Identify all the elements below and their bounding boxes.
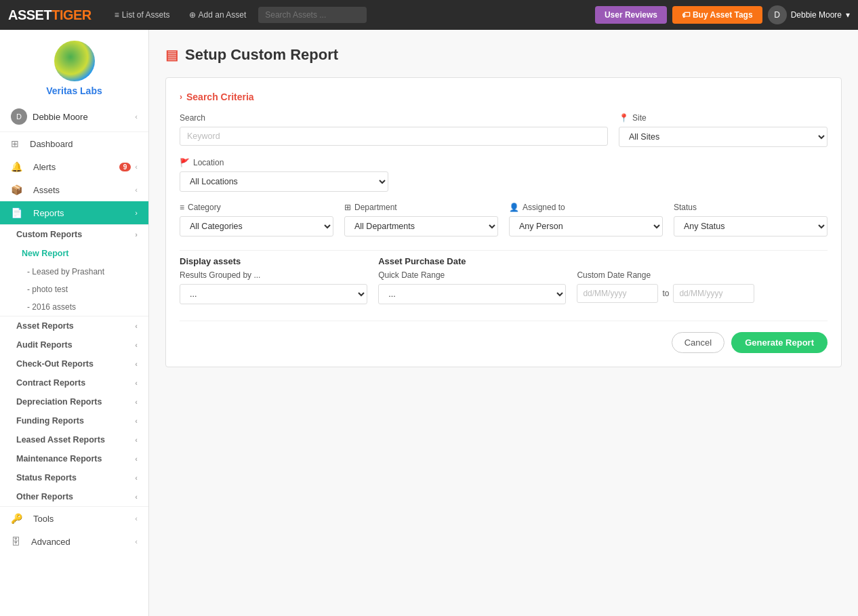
tools-chevron-icon: ‹ [135,514,138,522]
date-to-label: to [662,289,669,298]
nav-list-assets[interactable]: ≡ List of Assets [108,10,177,20]
list-icon: ≡ [115,10,119,20]
site-select[interactable]: All Sites [619,127,828,147]
quick-date-label: Quick Date Range [378,270,566,280]
alerts-chevron-icon: ‹ [135,163,138,171]
org-icon-image [54,41,95,81]
leased-asset-reports-chevron-icon: ‹ [135,436,138,444]
sidebar-item-other-reports[interactable]: Other Reports ‹ [0,487,148,506]
assigned-to-select[interactable]: Any Person [509,216,663,237]
user-menu[interactable]: D Debbie Moore ▾ [768,5,850,24]
status-select[interactable]: Any Status [674,216,828,237]
sidebar-item-asset-reports[interactable]: Asset Reports ‹ [0,316,148,335]
alerts-icon: 🔔 [11,161,22,172]
location-group: 🚩 Location All Locations [180,158,388,192]
generate-report-button[interactable]: Generate Report [731,332,828,353]
sidebar-item-leased-asset-reports[interactable]: Leased Asset Reports ‹ [0,430,148,449]
button-row: Cancel Generate Report [180,321,828,353]
main-content: ▤ Setup Custom Report › Search Criteria … [149,30,858,616]
add-icon: ⊕ [189,10,196,20]
sidebar-item-depreciation-reports[interactable]: Depreciation Reports ‹ [0,392,148,411]
assets-icon: 📦 [11,184,22,195]
chevron-down-icon: ▾ [846,10,850,20]
group-by-select[interactable]: ... [180,284,367,304]
alerts-badge: 9 [119,163,131,171]
sidebar-item-maintenance-reports[interactable]: Maintenance Reports ‹ [0,449,148,468]
sidebar-item-new-report[interactable]: New Report [0,244,148,263]
sidebar-item-leased-prashant[interactable]: - Leased by Prashant [0,263,148,281]
sidebar-item-audit-reports[interactable]: Audit Reports ‹ [0,335,148,354]
sidebar-item-tools[interactable]: 🔑 Tools ‹ [0,507,148,530]
purchase-date-label: Asset Purchase Date [378,256,566,266]
contract-reports-chevron-icon: ‹ [135,379,138,387]
status-reports-chevron-icon: ‹ [135,474,138,482]
group-by-label: Results Grouped by ... [180,270,367,280]
search-input[interactable] [258,7,367,23]
sidebar-item-funding-reports[interactable]: Funding Reports ‹ [0,411,148,430]
user-reviews-button[interactable]: User Reviews [595,6,667,24]
logo: ASSETTIGER [8,7,91,23]
custom-reports-section: Custom Reports › New Report - Leased by … [0,224,148,316]
site-label: 📍 Site [619,113,828,123]
department-icon: ⊞ [344,203,351,212]
sidebar-item-assets[interactable]: 📦 Assets ‹ [0,178,148,201]
search-criteria-header[interactable]: › Search Criteria [180,91,828,102]
tools-section: 🔑 Tools ‹ 🗄 Advanced ‹ [0,506,148,553]
sidebar-user[interactable]: D Debbie Moore ‹ [0,102,148,132]
org-logo: Veritas Labs [0,30,148,102]
reports-icon: 📄 [11,207,22,218]
report-sections: Asset Reports ‹ Audit Reports ‹ Check-Ou… [0,316,148,506]
search-label: Search [180,113,608,123]
assigned-to-group: 👤 Assigned to Any Person [509,203,663,237]
nav-add-asset[interactable]: ⊕ Add an Asset [182,10,253,20]
date-from-input[interactable] [577,284,658,303]
department-select[interactable]: All Departments [344,216,498,237]
top-nav-right: User Reviews 🏷 Buy Asset Tags D Debbie M… [595,5,850,24]
sidebar-item-dashboard[interactable]: ⊞ Dashboard [0,132,148,155]
location-select[interactable]: All Locations [180,171,388,192]
date-to-input[interactable] [673,284,754,303]
page-title-icon: ▤ [165,47,178,63]
assets-chevron-icon: ‹ [135,186,138,194]
funding-reports-chevron-icon: ‹ [135,417,138,425]
site-icon: 📍 [619,113,629,123]
form-row-1: Search 📍 Site All Sites 🚩 Location [180,113,828,192]
sidebar-item-alerts[interactable]: 🔔 Alerts 9 ‹ [0,155,148,178]
custom-reports-chevron-icon: › [135,230,138,239]
sidebar-item-status-reports[interactable]: Status Reports ‹ [0,468,148,487]
buy-tags-button[interactable]: 🏷 Buy Asset Tags [672,6,762,24]
form-row-2: ≡ Category All Categories ⊞ Department A… [180,203,828,237]
org-name: Veritas Labs [46,85,102,96]
assigned-to-icon: 👤 [509,203,519,212]
category-select[interactable]: All Categories [180,216,333,237]
dashboard-icon: ⊞ [11,138,19,149]
page-title: ▤ Setup Custom Report [165,46,842,64]
sidebar-item-advanced[interactable]: 🗄 Advanced ‹ [0,530,148,553]
search-keyword-input[interactable] [180,127,608,146]
date-range-row: to [577,284,828,303]
category-group: ≡ Category All Categories [180,203,333,237]
quick-date-select[interactable]: ... [378,284,566,304]
user-chevron-icon: ‹ [135,112,138,121]
sidebar-item-checkout-reports[interactable]: Check-Out Reports ‹ [0,354,148,373]
maintenance-reports-chevron-icon: ‹ [135,455,138,463]
custom-date-group: x Custom Date Range to [577,256,828,303]
sidebar-item-contract-reports[interactable]: Contract Reports ‹ [0,373,148,392]
location-label: 🚩 Location [180,158,388,167]
sidebar-item-2016-assets[interactable]: - 2016 assets [0,298,148,316]
sidebar-item-photo-test[interactable]: - photo test [0,281,148,298]
department-label: ⊞ Department [344,203,498,212]
sidebar: Veritas Labs D Debbie Moore ‹ ⊞ Dashboar… [0,30,149,616]
advanced-icon: 🗄 [11,536,20,547]
setup-card: › Search Criteria Search 📍 Site All Site… [165,77,842,367]
logo-text: ASSETTIGER [8,7,91,23]
checkout-reports-chevron-icon: ‹ [135,360,138,368]
cancel-button[interactable]: Cancel [672,332,724,353]
department-group: ⊞ Department All Departments [344,203,498,237]
sidebar-item-reports[interactable]: 📄 Reports › [0,201,148,224]
display-assets-label: Display assets [180,256,367,266]
custom-date-label: Custom Date Range [577,270,828,280]
custom-reports-header[interactable]: Custom Reports › [0,225,148,244]
reports-chevron-icon: › [135,209,138,217]
advanced-chevron-icon: ‹ [135,537,138,546]
